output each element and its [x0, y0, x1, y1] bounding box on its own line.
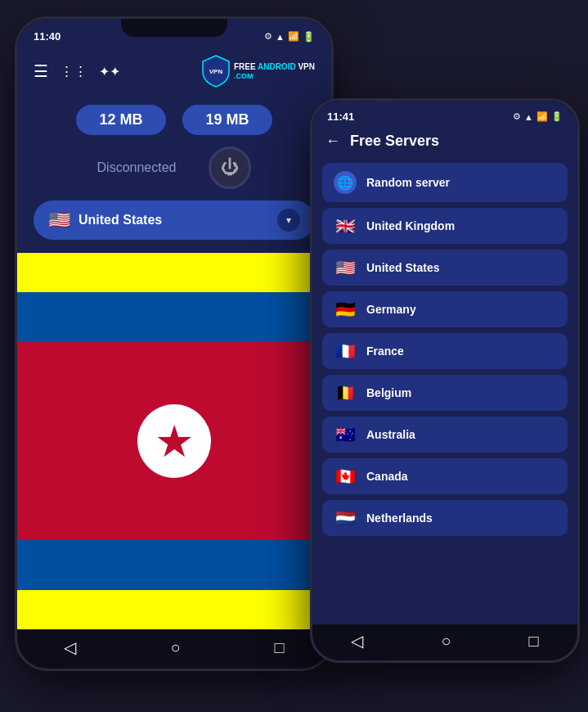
country-flag-display: ★: [17, 253, 331, 629]
p2-nav-home-button[interactable]: ○: [441, 632, 451, 651]
nav-back-button[interactable]: ◁: [64, 638, 76, 657]
share-icon[interactable]: ⋮⋮: [60, 63, 88, 80]
nav-recents-button[interactable]: □: [274, 638, 284, 657]
star-icon[interactable]: ✦✦: [99, 64, 120, 79]
flag-yellow-stripe-bottom: [17, 590, 331, 629]
server-item-uk[interactable]: 🇬🇧 United Kingdom: [322, 208, 568, 244]
phone2-statusbar: 11:41 ⚙ ▲ 📶 🔋: [312, 101, 577, 126]
logo-android: ANDROID: [258, 62, 296, 71]
phone1-navbar: ◁ ○ □: [17, 629, 331, 669]
phone2-screen: 11:41 ⚙ ▲ 📶 🔋 ← Free Servers 🌐 Random se…: [312, 101, 577, 660]
server-flag-uk: 🇬🇧: [334, 216, 357, 236]
phone2-navbar: ◁ ○ □: [312, 624, 577, 660]
logo-com: .COM: [234, 72, 315, 81]
server-item-be[interactable]: 🇧🇪 Belgium: [322, 375, 568, 411]
phone1-stats: 12 MB 19 MB: [17, 95, 331, 140]
server-item-de[interactable]: 🇩🇪 Germany: [322, 291, 568, 327]
back-button[interactable]: ←: [325, 133, 340, 150]
flag-blue-stripe-top: [17, 292, 331, 342]
flag-white-circle: ★: [137, 404, 211, 478]
phone1-screen: 11:40 ⚙ ▲ 📶 🔋 ☰ ⋮⋮ ✦✦ VPN: [17, 19, 331, 669]
server-name-de: Germany: [366, 303, 416, 316]
nav-home-button[interactable]: ○: [170, 638, 180, 657]
server-name-fr: France: [366, 345, 404, 358]
server-name-us: United States: [366, 261, 439, 274]
server-item-au[interactable]: 🇦🇺 Australia: [322, 417, 568, 453]
power-icon: ⏻: [221, 159, 239, 177]
p2-wifi-icon: 📶: [536, 111, 548, 122]
server-flag-us: 🇺🇸: [334, 258, 357, 277]
server-flag-fr: 🇫🇷: [334, 341, 357, 361]
server-name-nl: Netherlands: [366, 511, 433, 525]
flag-blue-stripe-bottom: [17, 540, 331, 590]
toolbar-left: ☰ ⋮⋮ ✦✦: [34, 61, 120, 81]
server-name-ca: Canada: [366, 470, 408, 483]
upload-icon: ▲: [276, 32, 285, 42]
country-selector[interactable]: 🇺🇸 United States ▾: [34, 201, 315, 240]
country-flag: 🇺🇸: [48, 210, 70, 231]
flag-yellow-stripe-top: [17, 253, 331, 292]
toolbar-logo: VPN FREE ANDROID VPN .COM: [201, 54, 315, 88]
server-list: 🌐 Random server 🇬🇧 United Kingdom 🇺🇸 Uni…: [312, 160, 577, 624]
wifi-icon: 📶: [288, 31, 299, 42]
logo-text: FREE ANDROID VPN .COM: [234, 62, 315, 81]
server-item-us[interactable]: 🇺🇸 United States: [322, 250, 568, 286]
menu-icon[interactable]: ☰: [34, 61, 48, 81]
flag-red-center: ★: [17, 342, 331, 540]
phone1-status-row: Disconnected ⏻: [17, 140, 331, 201]
battery-icon: 🔋: [303, 31, 315, 43]
server-item-fr[interactable]: 🇫🇷 France: [322, 333, 568, 369]
server-flag-au: 🇦🇺: [334, 425, 357, 444]
server-item-random[interactable]: 🌐 Random server: [322, 163, 568, 202]
phone1-status-icons: ⚙ ▲ 📶 🔋: [264, 31, 315, 43]
north-korea-flag: ★: [17, 253, 331, 629]
globe-icon: 🌐: [334, 171, 357, 194]
page-title: Free Servers: [350, 133, 439, 150]
logo-free: FREE: [234, 62, 256, 71]
country-name: United States: [79, 213, 269, 228]
server-flag-ca: 🇨🇦: [334, 466, 357, 486]
server-name-au: Australia: [366, 428, 415, 441]
p2-settings-icon: ⚙: [513, 111, 521, 122]
server-name-random: Random server: [366, 176, 450, 189]
phone1-device: 11:40 ⚙ ▲ 📶 🔋 ☰ ⋮⋮ ✦✦ VPN: [15, 16, 334, 671]
phone1-notch: [121, 19, 227, 37]
phone2-time: 11:41: [327, 110, 354, 123]
p2-battery-icon: 🔋: [551, 111, 563, 122]
phone2-status-icons: ⚙ ▲ 📶 🔋: [513, 111, 563, 122]
server-flag-de: 🇩🇪: [334, 300, 357, 319]
phone2-header: ← Free Servers: [312, 126, 577, 160]
disconnected-label: Disconnected: [97, 160, 177, 175]
p2-nav-back-button[interactable]: ◁: [351, 631, 363, 651]
phone2-device: 11:41 ⚙ ▲ 📶 🔋 ← Free Servers 🌐 Random se…: [310, 98, 580, 663]
download-stat: 12 MB: [76, 105, 166, 135]
upload-stat: 19 MB: [182, 105, 272, 135]
power-button[interactable]: ⏻: [209, 146, 251, 189]
svg-text:VPN: VPN: [209, 68, 223, 75]
phone1-toolbar: ☰ ⋮⋮ ✦✦ VPN FREE ANDROID VPN .COM: [17, 47, 331, 95]
server-flag-nl: 🇳🇱: [334, 508, 357, 528]
logo-vpn: VPN: [298, 62, 315, 71]
settings-icon: ⚙: [264, 31, 272, 42]
server-item-ca[interactable]: 🇨🇦 Canada: [322, 458, 568, 494]
phone1-time: 11:40: [34, 30, 61, 43]
server-flag-be: 🇧🇪: [334, 383, 357, 403]
p2-upload-icon: ▲: [524, 112, 533, 122]
server-name-uk: United Kingdom: [366, 219, 455, 232]
flag-red-star: ★: [155, 419, 194, 463]
chevron-down-icon: ▾: [277, 209, 300, 232]
server-item-nl[interactable]: 🇳🇱 Netherlands: [322, 500, 568, 536]
server-name-be: Belgium: [366, 386, 411, 399]
logo-shield-icon: VPN: [201, 54, 231, 88]
p2-nav-recents-button[interactable]: □: [528, 632, 538, 651]
